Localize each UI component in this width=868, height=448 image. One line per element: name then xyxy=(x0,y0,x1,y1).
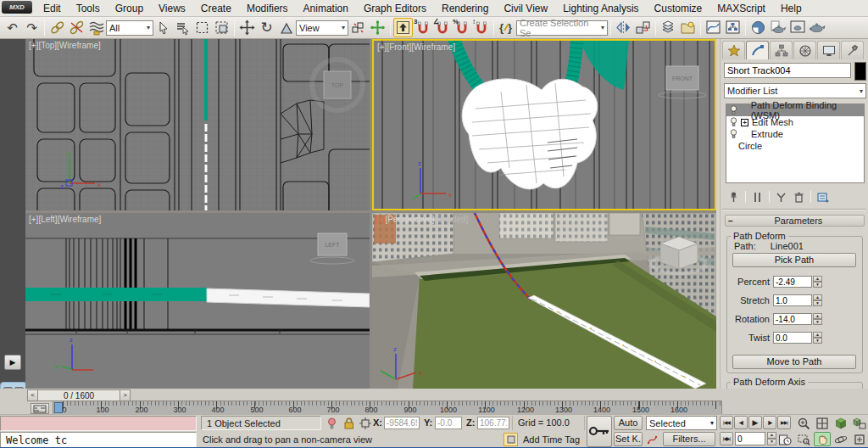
menu-item-rendering[interactable]: Rendering xyxy=(434,1,496,16)
time-configuration-icon[interactable] xyxy=(776,432,793,446)
tab-create-icon[interactable] xyxy=(722,41,745,59)
stack-row-path-deform-binding[interactable]: Path Deform Binding (WSM) xyxy=(726,104,864,116)
viewport-front-label[interactable]: [+][Front][Wireframe] xyxy=(377,42,455,52)
add-time-tag[interactable]: Add Time Tag xyxy=(523,434,580,445)
viewport-top-label[interactable]: [+][Top][Wireframe] xyxy=(29,41,101,50)
reference-coordinate-system-dropdown[interactable]: View▾ xyxy=(296,20,348,36)
tab-display-icon[interactable] xyxy=(817,41,840,59)
viewport-shading[interactable]: [Shaded] xyxy=(434,215,468,224)
viewport-perspective[interactable]: z x [+][Perspective][Shaded] xyxy=(372,213,716,389)
zoom-region-icon[interactable] xyxy=(795,432,812,446)
object-name-input[interactable] xyxy=(724,63,851,78)
rotation-spinner[interactable]: ▲▼ xyxy=(813,313,822,325)
tab-motion-icon[interactable] xyxy=(793,41,816,59)
play-button[interactable]: ▶ xyxy=(748,416,762,429)
configure-modifier-sets-icon[interactable] xyxy=(816,191,830,204)
select-and-link-icon[interactable] xyxy=(47,18,67,37)
maxscript-listener-pink[interactable] xyxy=(0,416,197,431)
stretch-input[interactable] xyxy=(773,294,812,306)
tab-hierarchy-icon[interactable] xyxy=(770,41,793,59)
zoom-extents-all-icon[interactable] xyxy=(851,416,868,430)
lightbulb-icon[interactable] xyxy=(730,129,737,139)
set-keys-button[interactable] xyxy=(587,416,612,447)
tab-utilities-icon[interactable] xyxy=(841,41,864,59)
percent-snap-icon[interactable]: % xyxy=(452,18,471,37)
stack-row-circle[interactable]: Circle xyxy=(726,140,864,152)
align-icon[interactable] xyxy=(633,18,653,37)
selection-lock-icon[interactable] xyxy=(340,416,357,430)
key-filter-dropdown[interactable]: Selected ▾ xyxy=(646,416,717,430)
mirror-icon[interactable] xyxy=(614,18,633,37)
menu-item-lighting-analysis[interactable]: Lighting Analysis xyxy=(555,1,646,16)
previous-frame-button[interactable]: < xyxy=(27,389,38,401)
popout-toolbar-button[interactable]: ▶ xyxy=(4,355,21,370)
lightbulb-icon[interactable] xyxy=(730,105,737,115)
make-unique-icon[interactable] xyxy=(775,191,787,204)
menu-item-graph-editors[interactable]: Graph Editors xyxy=(356,1,434,16)
offset-mode-transform-icon[interactable] xyxy=(357,416,374,430)
current-frame-field[interactable] xyxy=(735,432,765,445)
angle-snap-icon[interactable]: ∠ xyxy=(432,18,452,37)
viewport-menu-plus[interactable]: [+] xyxy=(29,215,38,224)
menu-item-animation[interactable]: Animation xyxy=(296,1,356,16)
previous-frame-button[interactable]: ◀|| xyxy=(734,416,748,429)
curve-editor-icon[interactable] xyxy=(704,18,723,37)
move-to-path-button[interactable]: Move to Path xyxy=(732,355,856,369)
tab-modify-icon[interactable] xyxy=(746,41,769,59)
lightbulb-icon[interactable] xyxy=(730,117,737,127)
select-and-move-icon[interactable] xyxy=(237,18,257,37)
menu-item-edit[interactable]: Edit xyxy=(36,1,69,16)
time-slider-value[interactable]: 0 / 1600 xyxy=(38,389,120,401)
stack-row-extrude[interactable]: Extrude xyxy=(726,128,864,140)
layer-manager-icon[interactable] xyxy=(659,18,678,37)
zoom-extents-icon[interactable] xyxy=(832,416,849,430)
open-mini-curve-editor-button[interactable] xyxy=(31,403,49,414)
redo-icon[interactable]: ↷ xyxy=(22,18,42,37)
selection-filter-dropdown[interactable]: All▾ xyxy=(106,20,153,36)
parameters-rollout-header[interactable]: − Parameters xyxy=(725,215,865,227)
scene-explorer-icon[interactable] xyxy=(678,18,698,37)
schematic-view-icon[interactable] xyxy=(723,18,743,37)
select-and-scale-icon[interactable] xyxy=(276,18,296,37)
viewport-name[interactable]: [Front] xyxy=(387,42,411,52)
key-mode-toggle-button[interactable]: |◀▶| xyxy=(720,432,733,445)
twist-input[interactable] xyxy=(773,332,812,344)
render-setup-icon[interactable] xyxy=(768,18,787,37)
zoom-all-icon[interactable] xyxy=(814,416,831,430)
use-pivot-point-center-icon[interactable] xyxy=(348,18,368,37)
track-bar-ruler[interactable]: 0 100 200 300 400 500 600 700 800 900 10… xyxy=(53,400,722,415)
go-to-start-button[interactable]: |◀◀ xyxy=(720,416,733,429)
set-key-mode-button[interactable]: Set K. xyxy=(614,432,643,446)
keyboard-shortcut-override-icon[interactable] xyxy=(393,18,413,37)
named-selection-set-dropdown[interactable]: Create Selection Se▾ xyxy=(516,20,608,36)
menu-item-modifiers[interactable]: Modifiers xyxy=(239,1,296,16)
unlink-selection-icon[interactable] xyxy=(67,18,86,37)
lightbulb-icon[interactable] xyxy=(323,416,340,430)
orbit-icon[interactable] xyxy=(832,432,849,446)
viewport-name[interactable]: [Top] xyxy=(38,41,57,50)
percent-input[interactable] xyxy=(773,276,812,288)
stretch-spinner[interactable]: ▲▼ xyxy=(813,294,822,306)
select-and-rotate-icon[interactable]: ↻ xyxy=(257,18,276,37)
viewport-menu-plus[interactable]: [+] xyxy=(377,42,387,52)
edit-named-selection-sets-icon[interactable]: {} xyxy=(497,18,516,37)
viewport-perspective-label[interactable]: [+][Perspective][Shaded] xyxy=(376,215,468,224)
percent-spinner[interactable]: ▲▼ xyxy=(813,276,822,288)
expand-icon[interactable]: + xyxy=(741,119,748,126)
bind-to-space-warp-icon[interactable] xyxy=(86,18,106,37)
go-to-end-button[interactable]: ▶▶| xyxy=(777,416,791,429)
modifier-list-dropdown[interactable]: Modifier List ▾ xyxy=(724,83,866,98)
render-production-icon[interactable] xyxy=(807,18,826,37)
isolate-selection-icon[interactable] xyxy=(504,433,518,446)
select-object-icon[interactable] xyxy=(153,18,173,37)
window-crossing-icon[interactable] xyxy=(212,18,231,37)
y-coord-field[interactable] xyxy=(435,417,462,429)
undo-icon[interactable]: ↶ xyxy=(3,18,22,37)
rotation-input[interactable] xyxy=(773,313,812,325)
remove-modifier-icon[interactable] xyxy=(793,191,805,204)
snap-toggle-3d-icon[interactable]: 3 xyxy=(413,18,432,37)
maximize-viewport-toggle-icon[interactable] xyxy=(851,432,868,446)
show-end-result-icon[interactable] xyxy=(751,191,764,204)
auto-key-button[interactable]: Auto xyxy=(614,416,643,430)
menu-item-customize[interactable]: Customize xyxy=(647,1,710,16)
